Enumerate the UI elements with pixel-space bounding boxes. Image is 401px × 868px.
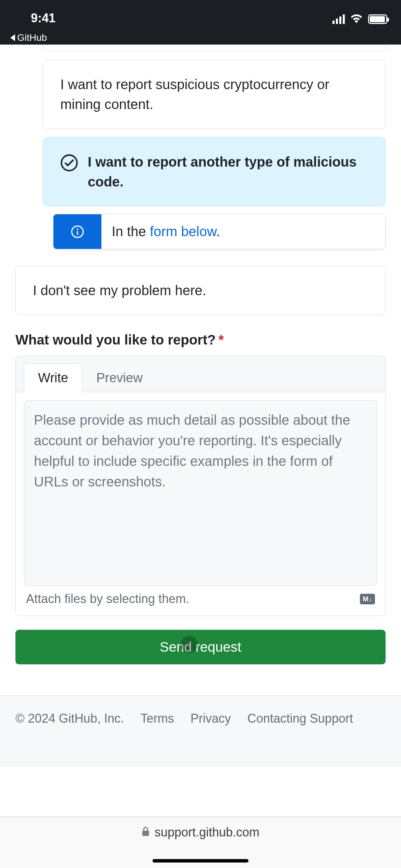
- checkmark-circle-icon: [60, 154, 78, 177]
- option-crypto[interactable]: I want to report suspicious cryptocurren…: [43, 60, 386, 129]
- form-label: What would you like to report?*: [15, 332, 386, 348]
- info-text: In the form below.: [101, 214, 230, 249]
- status-bar: 9:41 GitHub: [0, 0, 401, 45]
- required-asterisk: *: [218, 332, 224, 347]
- option-not-listed[interactable]: I don't see my problem here.: [15, 266, 386, 315]
- editor-box: Write Preview Attach files by selecting …: [15, 356, 386, 616]
- svg-rect-3: [77, 231, 78, 235]
- back-app-label: GitHub: [17, 32, 47, 43]
- option-card-partial: [43, 45, 386, 51]
- browser-bar: support.github.com: [0, 817, 401, 868]
- option-other-malicious[interactable]: I want to report another type of malicio…: [43, 137, 386, 206]
- editor-footer: Attach files by selecting them. M↓: [24, 587, 377, 607]
- battery-icon: [368, 14, 387, 24]
- attach-hint[interactable]: Attach files by selecting them.: [26, 592, 189, 606]
- lock-icon: [142, 825, 150, 840]
- report-textarea[interactable]: [24, 400, 377, 586]
- back-caret-icon: [10, 34, 15, 41]
- tab-write[interactable]: Write: [24, 363, 82, 392]
- option-crypto-label: I want to report suspicious cryptocurren…: [60, 77, 329, 112]
- form-below-link[interactable]: form below: [150, 224, 216, 239]
- footer-contact-link[interactable]: Contacting Support: [247, 711, 353, 726]
- url-display[interactable]: support.github.com: [142, 825, 259, 840]
- footer-terms-link[interactable]: Terms: [141, 711, 174, 726]
- send-request-button[interactable]: Send request: [15, 630, 386, 664]
- footer-copyright: © 2024 GitHub, Inc.: [15, 711, 124, 726]
- markdown-badge-icon[interactable]: M↓: [360, 594, 375, 604]
- status-time: 9:41: [31, 11, 56, 25]
- footer-privacy-link[interactable]: Privacy: [191, 711, 231, 726]
- report-form: What would you like to report?* Write Pr…: [15, 332, 386, 664]
- wifi-icon: [350, 14, 363, 25]
- svg-rect-4: [142, 831, 149, 836]
- touch-indicator: [181, 636, 198, 653]
- info-icon: [53, 214, 101, 249]
- cellular-icon: [332, 14, 345, 24]
- editor-body: Attach files by selecting them. M↓: [16, 392, 385, 616]
- svg-point-2: [77, 228, 78, 230]
- option-other-malicious-label: I want to report another type of malicio…: [88, 152, 368, 192]
- editor-tabs: Write Preview: [16, 356, 385, 392]
- back-to-app[interactable]: GitHub: [10, 32, 47, 43]
- url-text: support.github.com: [155, 825, 259, 840]
- status-icons: [332, 14, 387, 25]
- option-not-listed-label: I don't see my problem here.: [33, 283, 206, 298]
- info-callout: In the form below.: [53, 214, 386, 249]
- home-indicator[interactable]: [153, 859, 248, 863]
- page-footer: © 2024 GitHub, Inc. Terms Privacy Contac…: [0, 695, 401, 767]
- tab-preview[interactable]: Preview: [82, 363, 157, 392]
